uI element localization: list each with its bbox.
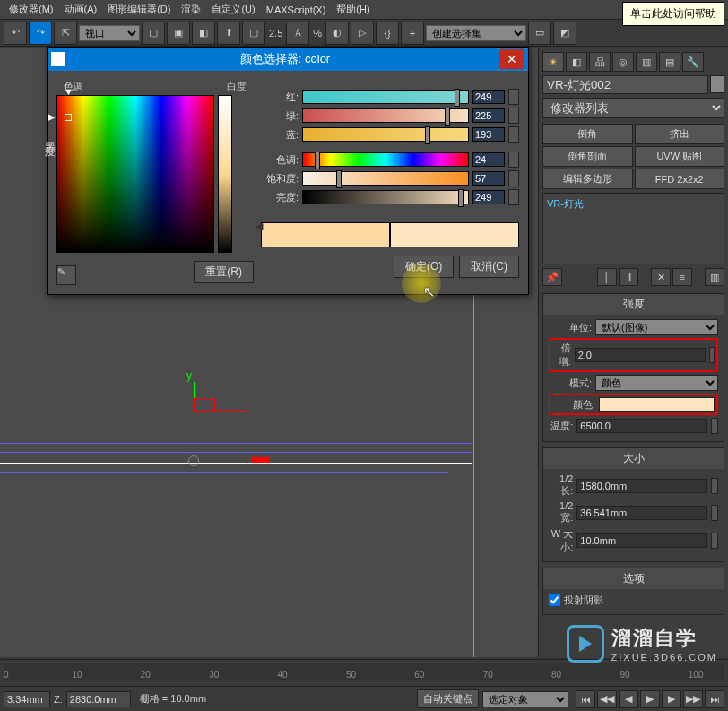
modifier-stack[interactable]: VR-灯光: [542, 193, 724, 264]
axis-button[interactable]: ▷: [351, 22, 374, 45]
menu-item[interactable]: 自定义(U): [206, 3, 260, 16]
timeline[interactable]: 0102030405060708090100: [0, 659, 728, 684]
object-name-input[interactable]: [542, 75, 708, 94]
value-slider[interactable]: [218, 95, 232, 253]
menu-item[interactable]: MAXScript(X): [261, 4, 332, 15]
menu-item[interactable]: 图形编辑器(D): [102, 3, 176, 16]
val-spinner[interactable]: [508, 189, 519, 205]
prev-key-icon[interactable]: ◀: [619, 690, 638, 708]
hue-slider[interactable]: [302, 152, 469, 167]
undo-button[interactable]: ↶: [4, 22, 27, 45]
gizmo-box[interactable]: [194, 398, 215, 412]
temp-input[interactable]: [576, 419, 707, 433]
tool-b[interactable]: ▣: [167, 22, 190, 45]
unit-dropdown[interactable]: 默认(图像): [595, 319, 718, 335]
color-marker[interactable]: [65, 114, 72, 121]
reset-button[interactable]: 重置(R): [194, 261, 254, 283]
sat-spinner[interactable]: [508, 170, 519, 186]
display-tab-icon[interactable]: ▥: [636, 52, 657, 72]
tool-f[interactable]: ◩: [553, 22, 576, 45]
z-input[interactable]: [66, 691, 131, 707]
prev-frame-icon[interactable]: ◀◀: [597, 690, 617, 708]
config-icon[interactable]: ≡: [672, 268, 692, 286]
pin-stack-icon[interactable]: 📌: [542, 268, 562, 286]
red-spinner[interactable]: [508, 89, 519, 105]
cancel-button[interactable]: 取消(C): [459, 256, 519, 278]
val-input[interactable]: [472, 190, 505, 204]
make-unique-icon[interactable]: Ⅱ: [619, 268, 638, 286]
half-l-input[interactable]: [576, 479, 707, 493]
w-size-spinner[interactable]: [711, 533, 718, 549]
red-input[interactable]: [472, 90, 505, 104]
multiplier-input[interactable]: [575, 348, 706, 362]
extrude-button[interactable]: 挤出: [635, 124, 725, 144]
w-size-input[interactable]: [576, 533, 707, 548]
tool-e[interactable]: ▭: [528, 22, 551, 45]
selection-set-dropdown[interactable]: 创建选择集: [426, 25, 526, 41]
menu-item[interactable]: 渲染: [176, 3, 206, 16]
measure-icon[interactable]: Ａ: [286, 22, 309, 45]
cast-shadows-checkbox[interactable]: [549, 594, 560, 606]
uvw-button[interactable]: UVW 贴图: [635, 146, 725, 167]
green-input[interactable]: [472, 108, 505, 123]
modify-tab-icon[interactable]: ◧: [566, 52, 587, 72]
modifier-list-dropdown[interactable]: 修改器列表: [542, 98, 724, 118]
intensity-header[interactable]: 强度: [543, 294, 724, 315]
view-dropdown[interactable]: 视口: [79, 25, 140, 41]
color-button[interactable]: [710, 75, 724, 93]
edit-poly-button[interactable]: 编辑多边形: [542, 169, 633, 189]
half-w-spinner[interactable]: [711, 505, 718, 521]
tool-a[interactable]: ▢: [142, 22, 165, 45]
blue-spinner[interactable]: [508, 126, 519, 143]
gizmo-center[interactable]: [188, 455, 199, 466]
hierarchy-tab-icon[interactable]: 品: [589, 52, 611, 72]
half-l-spinner[interactable]: [711, 478, 718, 494]
multiplier-spinner[interactable]: [709, 347, 715, 363]
link-button[interactable]: ⇱: [54, 22, 77, 45]
create-tab-icon[interactable]: ☀: [542, 52, 564, 72]
wrench-icon[interactable]: 🔧: [682, 52, 704, 72]
key-filter-dropdown[interactable]: 选定对象: [482, 691, 568, 707]
sat-slider[interactable]: [302, 171, 469, 186]
menu-item[interactable]: 动画(A): [59, 3, 103, 16]
autokey-button[interactable]: 自动关键点: [417, 689, 479, 708]
goto-end-icon[interactable]: ⏭: [705, 690, 724, 708]
next-frame-icon[interactable]: ▶▶: [683, 690, 703, 708]
hue-input[interactable]: [472, 152, 505, 167]
play-icon[interactable]: ▶: [640, 690, 660, 708]
move-button[interactable]: ⬆: [217, 22, 240, 45]
mode-dropdown[interactable]: 颜色: [595, 375, 718, 391]
show-end-icon[interactable]: │: [597, 268, 617, 286]
menu-item[interactable]: 修改器(M): [4, 3, 59, 16]
remove-mod-icon[interactable]: ✕: [651, 268, 671, 286]
eyedropper-button[interactable]: ✎: [56, 265, 76, 285]
snap-button[interactable]: ◐: [325, 22, 349, 45]
tool-c[interactable]: ◧: [192, 22, 215, 45]
dialog-titlebar[interactable]: 颜色选择器: color ✕: [48, 48, 528, 71]
half-w-input[interactable]: [576, 506, 707, 520]
ffd-button[interactable]: FFD 2x2x2: [635, 169, 725, 189]
motion-tab-icon[interactable]: ◎: [612, 52, 634, 72]
size-header[interactable]: 大小: [543, 448, 724, 469]
old-color-swatch[interactable]: [261, 222, 390, 247]
ok-button[interactable]: 确定(O): [394, 256, 454, 278]
sets-icon[interactable]: ▥: [705, 268, 724, 286]
green-spinner[interactable]: [508, 108, 519, 124]
color-field[interactable]: [56, 95, 214, 253]
bevel-button[interactable]: 倒角: [542, 124, 633, 144]
red-slider[interactable]: [302, 90, 469, 104]
blue-slider[interactable]: [302, 127, 469, 142]
goto-start-icon[interactable]: ⏮: [576, 690, 595, 708]
bevel-profile-button[interactable]: 倒角剖面: [542, 146, 633, 167]
x-input[interactable]: [4, 691, 50, 707]
color-swatch[interactable]: [599, 397, 715, 412]
util-tab-icon[interactable]: ▤: [659, 52, 680, 72]
close-button[interactable]: ✕: [499, 49, 524, 69]
sat-input[interactable]: [472, 171, 505, 186]
options-header[interactable]: 选项: [543, 568, 724, 589]
plus-button[interactable]: +: [401, 22, 424, 45]
green-slider[interactable]: [302, 108, 469, 123]
time-ruler[interactable]: 0102030405060708090100: [4, 663, 724, 681]
temp-spinner[interactable]: [711, 418, 718, 434]
new-color-swatch[interactable]: [390, 222, 519, 247]
